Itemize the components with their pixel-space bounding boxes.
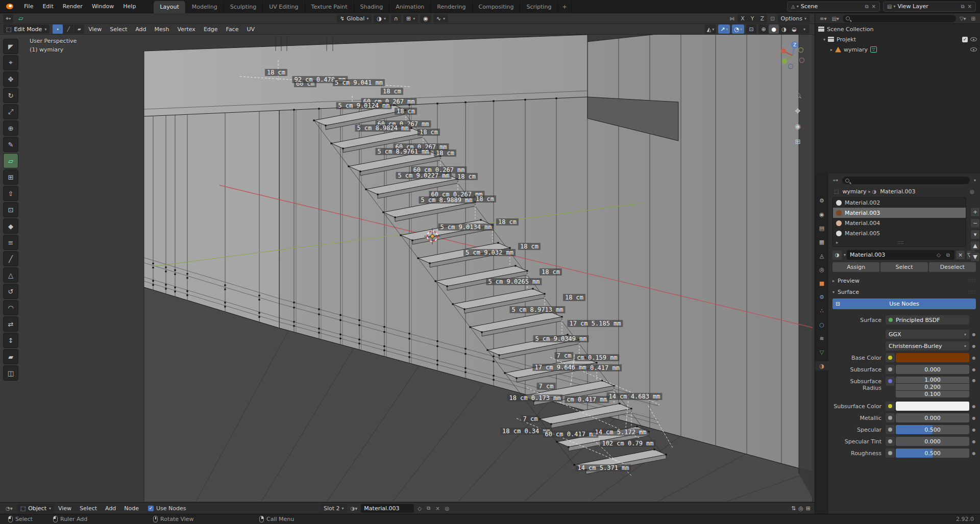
face-select-mode-button[interactable]: ▰ — [74, 24, 84, 34]
surface-shader-field[interactable]: Principled BSDF — [886, 315, 969, 325]
tool-edge-slide-button[interactable]: ⇄ — [3, 316, 18, 332]
gizmos-toggle[interactable]: ↗▾ — [718, 24, 730, 34]
subsurface-color-socket[interactable] — [886, 402, 895, 411]
outliner-display-mode-icon[interactable]: ≡▾ — [818, 16, 828, 21]
perspective-toggle-icon[interactable]: ⊞ — [792, 136, 803, 147]
view-layer-selector[interactable]: ▤ ▾ View Layer ⧉ × — [883, 2, 976, 12]
subsurface-socket[interactable] — [886, 365, 895, 374]
tool-cursor-button[interactable]: ⌖ — [3, 55, 18, 70]
tab-shading[interactable]: Shading — [354, 1, 390, 13]
material-name-field[interactable]: Material.003 — [361, 504, 414, 513]
proportional-edit-toggle[interactable]: ◉ — [420, 14, 431, 23]
viewport-menu-edge[interactable]: Edge — [200, 24, 222, 34]
use-nodes-checkbox[interactable]: ✓Use Nodes — [148, 505, 186, 512]
grid-icon[interactable]: ⊞ — [806, 505, 811, 512]
subsurface-color-swatch[interactable] — [896, 402, 969, 411]
pin-icon[interactable]: ◎ — [968, 189, 976, 194]
fake-user-shield-icon[interactable]: ◇ — [416, 506, 423, 511]
show-hide-dropdown[interactable]: ◭▾ — [705, 24, 716, 34]
specular-socket[interactable] — [886, 425, 895, 434]
vertex-select-mode-button[interactable]: ⬩ — [53, 24, 63, 34]
zoom-view-icon[interactable] — [792, 90, 803, 101]
tool-smooth-button[interactable]: ◠ — [3, 300, 18, 315]
properties-tab-scene[interactable]: ◬ — [816, 251, 827, 260]
select-button[interactable]: Select — [880, 262, 927, 272]
subsurface-radius-x[interactable]: 1.000 — [896, 377, 969, 383]
fake-user-shield-icon[interactable]: ◇ — [935, 252, 942, 258]
menu-render[interactable]: Render — [58, 1, 87, 12]
shader-menu-node[interactable]: Node — [120, 504, 143, 513]
menu-file[interactable]: File — [19, 1, 38, 12]
viewport-menu-mesh[interactable]: Mesh — [151, 24, 174, 34]
tool-measure-button[interactable]: ▱ — [3, 153, 18, 168]
tool-spin-button[interactable]: ↺ — [3, 284, 18, 299]
tab-texture-paint[interactable]: Texture Paint — [305, 1, 354, 13]
tab-scripting[interactable]: Scripting — [520, 1, 558, 13]
material-name-field[interactable]: Material.003 ◇ ⧉ — [847, 250, 954, 260]
outliner-row-object[interactable]: ▸ wymiary ▽ — [815, 44, 980, 55]
properties-tab-view-layer[interactable]: ▦ — [816, 237, 827, 246]
properties-options-dropdown[interactable]: ▾ — [974, 178, 976, 183]
move-slot-up-button[interactable]: ▲ — [970, 241, 980, 251]
metallic-socket[interactable] — [886, 413, 895, 422]
copy-datablock-icon[interactable]: ⧉ — [945, 252, 951, 258]
pivot-point-dropdown[interactable]: ◑▾ — [374, 14, 389, 23]
assign-button[interactable]: Assign — [832, 262, 879, 272]
tab-compositing[interactable]: Compositing — [473, 1, 521, 13]
tool-add-cube-button[interactable]: ⊞ — [3, 169, 18, 185]
3d-viewport[interactable]: ◤⌖✥↻⤢⊕✎▱⊞⇧⊡◆≡╱△↺◠⇄↕▰◫ User Perspective (… — [0, 35, 815, 502]
distribution-dropdown[interactable]: GGX▾ — [886, 330, 969, 339]
subsurface-radius-z[interactable]: 0.100 — [896, 391, 969, 397]
scene-selector[interactable]: ◬ ▾ Scene ⧉ × — [787, 2, 880, 12]
material-slot-material.002[interactable]: Material.002 — [833, 197, 966, 208]
remove-view-layer-icon[interactable]: × — [966, 4, 973, 9]
wireframe-shading-button[interactable]: ⊕ — [758, 24, 769, 34]
roughness-socket[interactable] — [886, 448, 895, 458]
subsurface-radius-socket[interactable] — [886, 377, 895, 386]
pan-view-icon[interactable]: ✥ — [792, 105, 803, 116]
material-icon[interactable]: ◑▾ — [349, 506, 359, 511]
shading-dropdown[interactable]: ▾ — [799, 24, 810, 34]
viewport-menu-select[interactable]: Select — [106, 24, 131, 34]
outliner-row-collection[interactable]: ▾ Projekt ✓ — [815, 34, 980, 44]
add-slot-button[interactable]: + — [970, 207, 980, 217]
mode-dropdown[interactable]: ⬚ Edit Mode▾ — [3, 24, 50, 34]
specular-tint-slider[interactable]: 0.000 — [896, 437, 969, 446]
tab-layout[interactable]: Layout — [154, 1, 185, 13]
editor-type-dropdown[interactable]: ≡▾ — [832, 178, 838, 183]
material-slot-material.003[interactable]: Material.003 — [833, 208, 966, 218]
falloff-dropdown[interactable]: ∿▾ — [433, 14, 448, 23]
breadcrumb-material[interactable]: Material.003 — [880, 188, 915, 195]
unlink-material-button[interactable]: × — [955, 250, 965, 260]
snap-grid-icon[interactable]: ⊡ — [769, 16, 776, 21]
new-workspace-tab[interactable]: + — [558, 1, 571, 13]
properties-tab-physics[interactable]: ○ — [816, 320, 827, 329]
visibility-eye-icon[interactable] — [970, 47, 977, 52]
material-preview-button[interactable]: ◑ — [779, 24, 789, 34]
edge-select-mode-button[interactable]: ╱ — [63, 24, 74, 34]
scene-name[interactable]: Scene — [799, 3, 864, 10]
properties-tab-output[interactable]: ▤ — [816, 223, 827, 233]
snap-settings-dropdown[interactable]: ⊞▾ — [403, 14, 418, 23]
tool-transform-button[interactable]: ⊕ — [3, 120, 18, 136]
slot-dropdown[interactable]: Slot 2▾ — [321, 504, 347, 513]
tool-knife-button[interactable]: ╱ — [3, 251, 18, 266]
tool-rotate-button[interactable]: ↻ — [3, 88, 18, 103]
use-nodes-button[interactable]: ⊟ Use Nodes — [832, 298, 976, 309]
tab-rendering[interactable]: Rendering — [431, 1, 472, 13]
tool-loop-cut-button[interactable]: ≡ — [3, 235, 18, 250]
move-slot-down-button[interactable]: ▼ — [970, 252, 980, 262]
view-layer-name[interactable]: View Layer — [895, 3, 959, 10]
material-slot-material.004[interactable]: Material.004 — [833, 218, 966, 228]
roughness-slider[interactable]: 0.500 — [896, 448, 969, 458]
expand-icon[interactable]: ▸ — [830, 47, 832, 52]
material-slot-material.005[interactable]: Material.005 — [833, 228, 966, 238]
base-color-socket[interactable] — [886, 353, 895, 362]
metallic-slider[interactable]: 0.000 — [896, 413, 969, 422]
material-datablock-icon[interactable]: ◑ — [832, 251, 842, 260]
mirror-y-toggle[interactable]: Y — [748, 14, 757, 23]
tool-extrude-region-button[interactable]: ⇧ — [3, 186, 18, 201]
specular-tint-socket[interactable] — [886, 437, 895, 446]
options-dropdown[interactable]: Options▾ — [778, 14, 810, 23]
tool-move-button[interactable]: ✥ — [3, 71, 18, 87]
